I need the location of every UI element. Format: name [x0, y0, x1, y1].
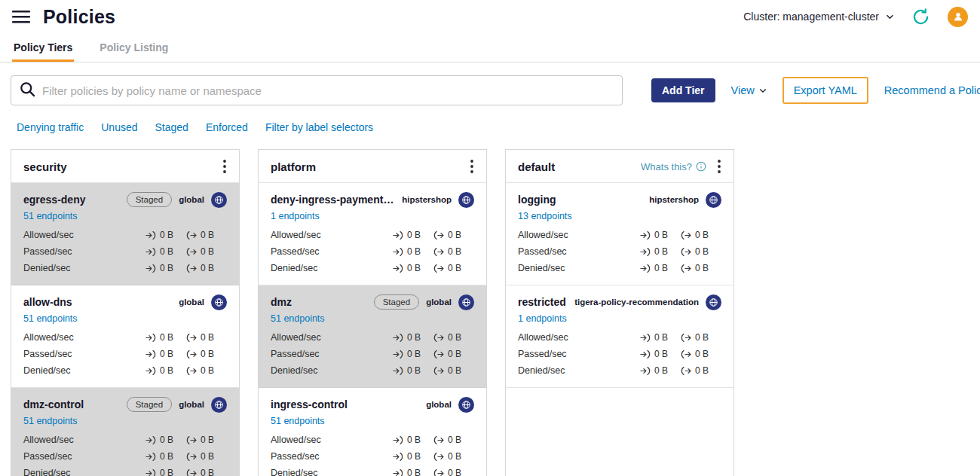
endpoints-link[interactable]: 51 endpoints	[271, 416, 325, 426]
policy-card-egress-deny[interactable]: egress-denyStagedglobal51 endpointsAllow…	[11, 183, 239, 285]
search-input[interactable]	[42, 84, 614, 97]
metric-row: Passed/sec0 B0 B	[23, 448, 227, 465]
toolbar-actions: Add Tier View Export YAML Recommend a Po…	[651, 77, 980, 104]
metric-label: Denied/sec	[518, 365, 640, 376]
metric-value: 0 B	[654, 349, 668, 359]
metric-row: Denied/sec0 B0 B	[23, 362, 227, 379]
egress-icon	[186, 435, 197, 445]
metric-value-group: 0 B	[433, 451, 474, 462]
filter-staged[interactable]: Staged	[155, 121, 188, 133]
ingress-icon	[393, 435, 403, 445]
policy-head-row: dmz-controlStagedglobal	[23, 395, 227, 413]
ingress-icon	[145, 349, 156, 359]
metric-label: Allowed/sec	[23, 435, 145, 445]
staged-badge: Staged	[127, 397, 172, 413]
filter-enforced[interactable]: Enforced	[206, 121, 248, 133]
endpoints-link[interactable]: 13 endpoints	[518, 211, 572, 221]
tier-menu-button[interactable]	[221, 160, 228, 173]
metric-value-group: 0 B	[681, 349, 721, 359]
ingress-icon	[640, 247, 651, 257]
policy-name: allow-dns	[23, 296, 172, 308]
metric-label: Passed/sec	[23, 246, 145, 257]
endpoints-link[interactable]: 51 endpoints	[23, 416, 78, 426]
metric-value-group: 0 B	[145, 230, 186, 240]
tier-card-security: securityegress-denyStagedglobal51 endpoi…	[11, 149, 240, 476]
tab-bar: Policy TiersPolicy Listing	[0, 33, 980, 63]
policy-card-deny-ingress-paymentservi[interactable]: deny-ingress-paymentservi...hipstershop1…	[259, 183, 486, 285]
policy-card-dmz-control[interactable]: dmz-controlStagedglobal51 endpointsAllow…	[11, 388, 239, 476]
filter-filter-by-label-selectors[interactable]: Filter by label selectors	[265, 121, 373, 133]
metric-value-group: 0 B	[681, 365, 721, 376]
policy-head-row: dmzStagedglobal	[271, 293, 474, 311]
view-dropdown[interactable]: View	[731, 84, 767, 96]
policy-card-allow-dns[interactable]: allow-dnsglobal51 endpointsAllowed/sec0 …	[11, 285, 239, 388]
history-icon[interactable]	[911, 7, 931, 27]
metric-value-group: 0 B	[433, 230, 474, 240]
policy-head-row: allow-dnsglobal	[23, 293, 227, 311]
export-yaml-button[interactable]: Export YAML	[782, 77, 868, 104]
metric-row: Passed/sec0 B0 B	[271, 243, 474, 260]
chevron-down-icon	[886, 14, 894, 20]
hamburger-menu-icon[interactable]	[12, 11, 30, 23]
metric-value-group: 0 B	[393, 349, 433, 359]
endpoints-link[interactable]: 1 endpoints	[271, 211, 320, 221]
metric-value-group: 0 B	[433, 246, 474, 257]
toolbar: Add Tier View Export YAML Recommend a Po…	[11, 75, 968, 105]
egress-icon	[433, 366, 444, 376]
policy-card-ingress-control[interactable]: ingress-controlglobal51 endpointsAllowed…	[259, 388, 486, 476]
policy-scope-label: global	[179, 298, 204, 307]
metric-value-group: 0 B	[145, 246, 186, 257]
endpoints-link[interactable]: 51 endpoints	[271, 313, 325, 324]
metric-row: Denied/sec0 B0 B	[23, 465, 227, 476]
metric-row: Allowed/sec0 B0 B	[518, 227, 721, 243]
tier-menu-button[interactable]	[715, 160, 723, 173]
metric-row: Passed/sec0 B0 B	[518, 346, 721, 362]
metric-value-group: 0 B	[393, 230, 433, 240]
policy-card-restricted[interactable]: restrictedtigera-policy-recommendation1 …	[506, 285, 733, 388]
policy-card-dmz[interactable]: dmzStagedglobal51 endpointsAllowed/sec0 …	[259, 285, 486, 388]
egress-icon	[433, 349, 444, 359]
tier-card-platform: platformdeny-ingress-paymentservi...hips…	[258, 149, 487, 476]
metric-value-group: 0 B	[393, 332, 433, 343]
metric-value: 0 B	[160, 365, 173, 376]
metric-value: 0 B	[654, 332, 668, 343]
policy-scope-label: global	[426, 298, 452, 307]
metric-value-group: 0 B	[145, 263, 186, 273]
endpoints-link[interactable]: 1 endpoints	[518, 313, 567, 324]
ingress-icon	[393, 264, 403, 273]
metric-value: 0 B	[160, 263, 173, 273]
tier-card-default: defaultWhats this?logginghipstershop13 e…	[505, 149, 734, 476]
endpoints-link[interactable]: 51 endpoints	[23, 211, 78, 221]
cluster-selector[interactable]: Cluster: management-cluster	[743, 11, 894, 23]
add-tier-button[interactable]: Add Tier	[651, 78, 715, 102]
metric-value: 0 B	[695, 349, 709, 359]
tiers-row: securityegress-denyStagedglobal51 endpoi…	[0, 149, 980, 476]
filter-denying-traffic[interactable]: Denying traffic	[17, 121, 84, 133]
policy-name: dmz	[271, 296, 367, 308]
metric-value: 0 B	[201, 451, 214, 462]
user-avatar[interactable]	[948, 7, 968, 27]
metric-value-group: 0 B	[393, 468, 433, 476]
endpoints-link[interactable]: 51 endpoints	[23, 313, 78, 324]
whats-this-link[interactable]: Whats this?	[641, 161, 706, 172]
metric-value-group: 0 B	[145, 451, 186, 462]
metric-value: 0 B	[407, 468, 421, 476]
tab-policy-tiers[interactable]: Policy Tiers	[12, 33, 74, 62]
egress-icon	[186, 264, 197, 273]
recommend-policy-link[interactable]: Recommend a Policy	[884, 84, 980, 96]
metric-value: 0 B	[407, 246, 421, 257]
tier-menu-button[interactable]	[468, 160, 476, 173]
metric-row: Passed/sec0 B0 B	[518, 243, 721, 260]
metric-value-group: 0 B	[393, 365, 433, 376]
egress-icon	[433, 333, 444, 343]
tier-title: default	[518, 160, 555, 173]
policy-scope-label: tigera-policy-recommendation	[574, 298, 699, 307]
policy-scope-icon	[211, 397, 227, 413]
policy-card-logging[interactable]: logginghipstershop13 endpointsAllowed/se…	[506, 183, 733, 285]
filter-unused[interactable]: Unused	[101, 121, 137, 133]
metric-value-group: 0 B	[145, 365, 186, 376]
metric-row: Passed/sec0 B0 B	[23, 346, 227, 362]
tab-policy-listing[interactable]: Policy Listing	[98, 33, 170, 62]
metric-value: 0 B	[201, 349, 214, 359]
egress-icon	[186, 333, 197, 343]
